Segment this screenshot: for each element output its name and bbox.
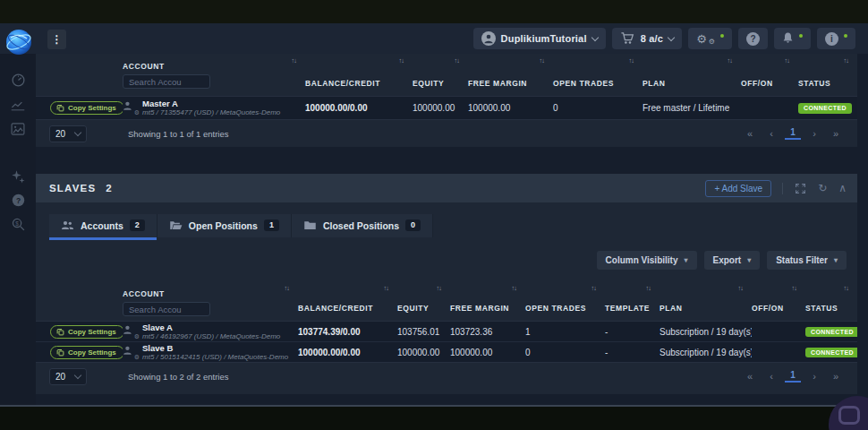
master-col-free-margin: FREE MARGIN ↑↓ xyxy=(468,54,553,96)
last-page-button[interactable]: » xyxy=(825,371,847,382)
copy-settings-label: Copy Settings xyxy=(68,328,116,336)
tab-label: Open Positions xyxy=(189,220,258,231)
cart-icon xyxy=(620,31,635,47)
sparkles-icon[interactable] xyxy=(10,168,27,185)
sort-icon[interactable]: ↑↓ xyxy=(384,284,389,292)
expand-icon[interactable] xyxy=(795,183,806,194)
sort-icon[interactable]: ↑↓ xyxy=(738,284,744,292)
account-name: Slave B xyxy=(142,343,288,353)
accounts-cart-menu[interactable]: 8 a/c xyxy=(612,28,682,49)
sort-icon[interactable]: ↑↓ xyxy=(591,284,597,292)
chevron-down-icon xyxy=(74,371,81,378)
sort-icon[interactable]: ↑↓ xyxy=(512,284,517,292)
tab-open-positions[interactable]: Open Positions 1 xyxy=(157,214,292,237)
sort-icon[interactable]: ↑↓ xyxy=(629,56,634,64)
info-menu[interactable]: i xyxy=(817,28,855,49)
help-menu[interactable]: ? xyxy=(738,28,768,49)
slaves-pagination: « ‹ 1 › » xyxy=(739,370,847,383)
dashboard-gauge-icon[interactable] xyxy=(10,72,27,89)
column-label: OFF/ON xyxy=(752,304,784,313)
current-page-button[interactable]: 1 xyxy=(785,370,801,383)
user-avatar-icon xyxy=(481,31,496,46)
copy-settings-button[interactable]: Copy Settings xyxy=(50,346,123,359)
master-pagination: « ‹ 1 › » xyxy=(739,127,847,140)
column-visibility-button[interactable]: Column Visibility ▾ xyxy=(597,251,697,270)
sort-icon[interactable]: ↑↓ xyxy=(455,56,460,64)
column-label: PLAN xyxy=(642,79,666,88)
account-details: mt5 / 46192967 (USD) / MetaQuotes-Demo xyxy=(142,332,280,341)
sort-icon[interactable]: ↑↓ xyxy=(728,56,733,64)
account-details: mt5 / 71355477 (USD) / MetaQuotes-Demo xyxy=(142,108,280,117)
row-actions: Copy Settings xyxy=(36,325,123,339)
master-table-footer: 20 Showing 1 to 1 of 1 entries « ‹ 1 › » xyxy=(36,120,857,147)
next-page-button[interactable]: › xyxy=(804,128,825,139)
copy-settings-button[interactable]: Copy Settings xyxy=(50,101,123,115)
equity-value: 100000.00 xyxy=(413,103,468,113)
settings-menu[interactable]: ⚙ ⚙ xyxy=(688,28,732,49)
slaves-col-open-trades: OPEN TRADES ↑↓ xyxy=(525,281,605,321)
first-page-button[interactable]: « xyxy=(739,371,761,382)
collapse-icon[interactable]: ∧ xyxy=(838,183,847,194)
gear-small-icon: ⚙ xyxy=(709,39,715,46)
balance-credit-value: 100000.00/0.00 xyxy=(305,103,413,113)
next-page-button[interactable]: › xyxy=(804,371,825,382)
slaves-table-footer: 20 Showing 1 to 2 of 2 entries « ‹ 1 › » xyxy=(36,363,857,390)
notifications-menu[interactable] xyxy=(774,28,811,49)
slaves-col-plan: PLAN ↑↓ xyxy=(660,281,752,321)
table-controls: Column Visibility ▾ Export ▾ Status Filt… xyxy=(36,237,857,270)
export-button[interactable]: Export ▾ xyxy=(704,251,761,270)
gallery-icon[interactable] xyxy=(10,120,27,137)
refresh-icon[interactable]: ↻ xyxy=(818,183,827,194)
account-details: mt5 / 5015142415 (USD) / MetaQuotes-Demo xyxy=(142,353,288,362)
copy-settings-label: Copy Settings xyxy=(68,348,116,357)
sort-icon[interactable]: ↑↓ xyxy=(399,56,404,64)
sort-icon[interactable]: ↑↓ xyxy=(792,284,797,292)
duplikium-logo[interactable] xyxy=(4,27,34,57)
free-margin-value: 100000.00 xyxy=(468,103,553,113)
status-cell: CONNECTED xyxy=(805,347,857,358)
prev-page-button[interactable]: ‹ xyxy=(761,371,782,382)
first-page-button[interactable]: « xyxy=(739,128,761,139)
help-icon[interactable]: ? xyxy=(10,192,27,209)
tab-accounts[interactable]: Accounts 2 xyxy=(49,214,157,237)
caret-down-icon: ▾ xyxy=(834,256,838,264)
tab-closed-positions[interactable]: Closed Positions 0 xyxy=(292,214,433,237)
sidebar-menu-toggle[interactable]: ⋮ xyxy=(47,30,66,49)
user-menu[interactable]: DuplikiumTutorial xyxy=(473,28,606,49)
audit-search-icon[interactable]: $ xyxy=(10,216,27,233)
prev-page-button[interactable]: ‹ xyxy=(761,128,782,139)
sort-icon[interactable]: ↑↓ xyxy=(646,284,651,292)
slaves-account-search-input[interactable] xyxy=(123,302,210,316)
status-dot xyxy=(844,34,847,38)
mini-gear-icon: ⚙ xyxy=(134,354,140,360)
header-controls: DuplikiumTutorial 8 a/c ⚙ ⚙ ? i xyxy=(473,28,855,49)
column-label: STATUS xyxy=(798,79,830,88)
analytics-chart-icon[interactable] xyxy=(10,96,27,113)
master-col-open-trades: OPEN TRADES ↑↓ xyxy=(553,54,642,96)
sort-icon[interactable]: ↑↓ xyxy=(437,284,442,292)
sort-icon[interactable]: ↑↓ xyxy=(292,56,297,64)
slaves-col-free-margin: FREE MARGIN ↑↓ xyxy=(450,281,525,321)
bottom-black-strip xyxy=(0,405,868,430)
current-page-button[interactable]: 1 xyxy=(785,127,801,140)
balance-credit-value: 103774.39/0.00 xyxy=(298,327,397,337)
slaves-tabs: Accounts 2 Open Positions 1 Closed Posit… xyxy=(36,202,857,237)
account-type-icon: ⚙ xyxy=(123,100,137,115)
copy-settings-label: Copy Settings xyxy=(68,104,116,112)
gear-icon: ⚙ xyxy=(696,33,707,45)
sort-icon[interactable]: ↑↓ xyxy=(785,56,790,64)
chat-widget-button[interactable] xyxy=(829,396,868,430)
add-slave-button[interactable]: + Add Slave xyxy=(705,180,771,197)
sort-icon[interactable]: ↑↓ xyxy=(844,56,849,64)
account-cell: ⚙ Slave A mt5 / 46192967 (USD) / MetaQuo… xyxy=(123,322,298,341)
master-showing-entries: Showing 1 to 1 of 1 entries xyxy=(128,129,229,139)
master-account-search-input[interactable] xyxy=(123,74,210,89)
last-page-button[interactable]: » xyxy=(825,128,847,139)
slaves-page-size-select[interactable]: 20 xyxy=(49,368,87,385)
master-page-size-select[interactable]: 20 xyxy=(49,125,87,142)
sort-icon[interactable]: ↑↓ xyxy=(844,284,849,292)
status-filter-button[interactable]: Status Filter ▾ xyxy=(767,251,847,270)
sort-icon[interactable]: ↑↓ xyxy=(540,56,545,64)
copy-settings-button[interactable]: Copy Settings xyxy=(50,325,123,339)
sort-icon[interactable]: ↑↓ xyxy=(285,284,290,292)
